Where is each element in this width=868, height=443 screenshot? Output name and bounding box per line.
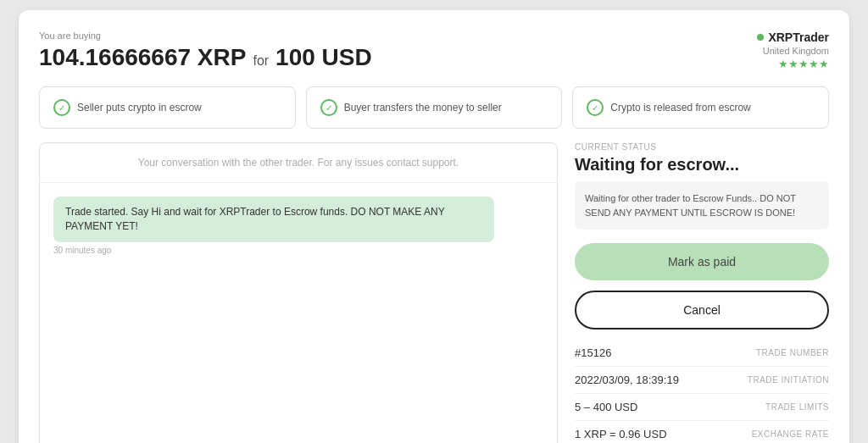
chat-header-note: Your conversation with the other trader.… <box>40 143 557 183</box>
step-3: ✓ Crypto is released from escrow <box>572 86 829 129</box>
trade-limits-key: TRADE LIMITS <box>765 402 829 412</box>
chat-bubble: Trade started. Say Hi and wait for XRPTr… <box>53 197 494 242</box>
exchange-rate-value: 1 XRP = 0.96 USD <box>575 428 667 440</box>
steps-row: ✓ Seller puts crypto in escrow ✓ Buyer t… <box>39 86 829 129</box>
trade-number-value: #15126 <box>575 346 611 359</box>
status-note: Waiting for other trader to Escrow Funds… <box>575 181 829 230</box>
step-2-icon: ✓ <box>320 99 337 116</box>
online-dot <box>757 34 764 41</box>
chat-messages: Trade started. Say Hi and wait for XRPTr… <box>40 183 557 443</box>
trade-number-row: #15126 TRADE NUMBER <box>575 340 829 367</box>
cancel-button[interactable]: Cancel <box>575 291 829 329</box>
exchange-rate-row: 1 XRP = 0.96 USD EXCHANGE RATE <box>575 421 829 443</box>
step-1-icon: ✓ <box>53 99 70 116</box>
step-1-label: Seller puts crypto in escrow <box>77 101 202 115</box>
status-title: Waiting for escrow... <box>575 155 829 174</box>
current-status-label: CURRENT STATUS <box>575 142 829 152</box>
buying-label: You are buying <box>39 30 372 41</box>
trade-limits-row: 5 – 400 USD TRADE LIMITS <box>575 394 829 421</box>
chat-panel: Your conversation with the other trader.… <box>39 142 558 443</box>
trade-initiation-row: 2022/03/09, 18:39:19 TRADE INITIATION <box>575 367 829 394</box>
right-panel: CURRENT STATUS Waiting for escrow... Wai… <box>575 142 829 443</box>
step-2: ✓ Buyer transfers the money to seller <box>306 86 563 129</box>
status-section: CURRENT STATUS Waiting for escrow... Wai… <box>575 142 829 230</box>
trade-initiation-value: 2022/03/09, 18:39:19 <box>575 374 679 386</box>
step-2-label: Buyer transfers the money to seller <box>344 101 502 115</box>
fiat-amount: 100 USD <box>275 44 372 71</box>
for-text: for <box>253 53 269 69</box>
trader-stars: ★★★★★ <box>757 58 829 70</box>
buying-info: You are buying 104.16666667 XRP for 100 … <box>39 30 372 71</box>
buying-amount: 104.16666667 XRP for 100 USD <box>39 44 372 71</box>
trader-info: XRPTrader United Kingdom ★★★★★ <box>757 30 829 70</box>
mark-as-paid-button[interactable]: Mark as paid <box>575 243 829 280</box>
chat-time: 30 minutes ago <box>53 246 543 255</box>
trader-name: XRPTrader <box>757 30 829 44</box>
step-1: ✓ Seller puts crypto in escrow <box>39 86 296 129</box>
trade-details: #15126 TRADE NUMBER 2022/03/09, 18:39:19… <box>575 340 829 443</box>
main-container: You are buying 104.16666667 XRP for 100 … <box>19 10 849 443</box>
step-3-icon: ✓ <box>587 99 604 116</box>
trade-number-key: TRADE NUMBER <box>756 348 829 357</box>
exchange-rate-key: EXCHANGE RATE <box>752 429 829 439</box>
main-content: Your conversation with the other trader.… <box>39 142 829 443</box>
trade-initiation-key: TRADE INITIATION <box>748 375 829 385</box>
crypto-amount: 104.16666667 XRP <box>39 44 246 71</box>
trader-country: United Kingdom <box>757 46 829 56</box>
top-bar: You are buying 104.16666667 XRP for 100 … <box>39 30 829 71</box>
chat-message-1: Trade started. Say Hi and wait for XRPTr… <box>53 197 543 255</box>
trade-limits-value: 5 – 400 USD <box>575 401 637 413</box>
step-3-label: Crypto is released from escrow <box>610 101 750 115</box>
